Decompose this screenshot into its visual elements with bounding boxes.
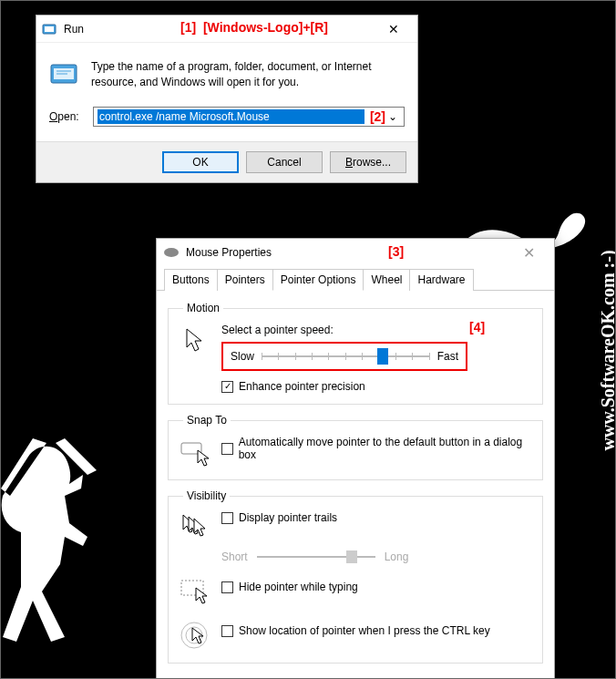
annotation-3: [3] — [388, 244, 404, 259]
enhance-precision-label: Enhance pointer precision — [239, 380, 365, 393]
enhance-precision-checkbox[interactable] — [221, 381, 233, 393]
ctrl-locate-label: Show location of pointer when I press th… — [239, 624, 490, 637]
trails-short-label: Short — [221, 550, 248, 563]
svg-rect-1 — [45, 26, 54, 32]
snapto-legend: Snap To — [183, 414, 231, 427]
tab-wheel[interactable]: Wheel — [363, 269, 410, 291]
slider-thumb[interactable] — [377, 348, 388, 365]
open-command-text[interactable]: control.exe /name Microsoft.Mouse — [98, 109, 364, 124]
run-program-icon — [49, 59, 80, 90]
ok-button[interactable]: OK — [162, 151, 239, 173]
trails-checkbox[interactable] — [221, 512, 233, 524]
mouse-title: Mouse Properties — [186, 246, 510, 259]
mouse-properties-dialog: Mouse Properties ✕ [3] Buttons Pointers … — [156, 238, 555, 679]
hide-pointer-checkbox[interactable] — [221, 581, 233, 593]
annotation-1: [1] [Windows-Logo]+[R] — [180, 20, 328, 35]
speed-label: Select a pointer speed: — [221, 324, 533, 336]
website-watermark: www.SoftwareOK.com :-) — [598, 250, 617, 450]
decorative-silhouette-left — [0, 438, 156, 666]
cancel-button[interactable]: Cancel — [246, 151, 323, 173]
trails-long-label: Long — [385, 550, 409, 563]
snapto-icon — [178, 436, 210, 468]
run-icon-small — [42, 22, 56, 36]
visibility-legend: Visibility — [183, 489, 230, 502]
motion-group: Motion [4] Select a pointer speed: Slow — [168, 302, 543, 405]
browse-button[interactable]: Browse... — [330, 151, 406, 173]
trails-label: Display pointer trails — [239, 511, 337, 524]
open-combobox[interactable]: control.exe /name Microsoft.Mouse [2] ⌄ — [93, 107, 405, 127]
snapto-checkbox[interactable] — [221, 443, 233, 455]
fast-label: Fast — [437, 350, 458, 363]
pointer-speed-slider[interactable] — [262, 347, 430, 365]
annotation-4: [4] — [469, 320, 485, 334]
run-dialog: Run ✕ [1] [Windows-Logo]+[R] Type the na… — [36, 15, 418, 183]
tab-hardware[interactable]: Hardware — [409, 269, 473, 291]
chevron-down-icon[interactable]: ⌄ — [385, 110, 400, 123]
annotation-2: [2] — [370, 109, 385, 124]
ctrl-locate-icon — [178, 619, 210, 652]
hide-pointer-label: Hide pointer while typing — [239, 581, 358, 593]
visibility-group: Visibility Display pointer trails Short — [168, 489, 543, 664]
snapto-group: Snap To Automatically move pointer to th… — [168, 414, 543, 480]
speed-slider-highlight: Slow Fast — [221, 342, 467, 371]
tab-pointers[interactable]: Pointers — [217, 269, 273, 291]
close-icon[interactable]: ✕ — [375, 16, 412, 42]
open-label: Open: — [49, 110, 86, 123]
pointer-trails-icon — [178, 511, 210, 544]
pointer-speed-icon — [178, 324, 210, 356]
slow-label: Slow — [231, 350, 254, 363]
trails-slider — [257, 550, 375, 564]
tab-buttons[interactable]: Buttons — [164, 269, 218, 291]
snapto-label: Automatically move pointer to the defaul… — [239, 436, 533, 461]
hide-pointer-icon — [178, 575, 210, 608]
mouse-titlebar[interactable]: Mouse Properties ✕ — [157, 239, 554, 266]
mouse-icon — [164, 248, 179, 257]
close-icon[interactable]: ✕ — [510, 244, 547, 262]
run-description: Type the name of a program, folder, docu… — [91, 59, 405, 90]
motion-legend: Motion — [183, 302, 223, 314]
ctrl-locate-checkbox[interactable] — [221, 625, 233, 637]
tab-bar: Buttons Pointers Pointer Options Wheel H… — [157, 268, 554, 291]
tab-pointer-options[interactable]: Pointer Options — [272, 269, 364, 291]
